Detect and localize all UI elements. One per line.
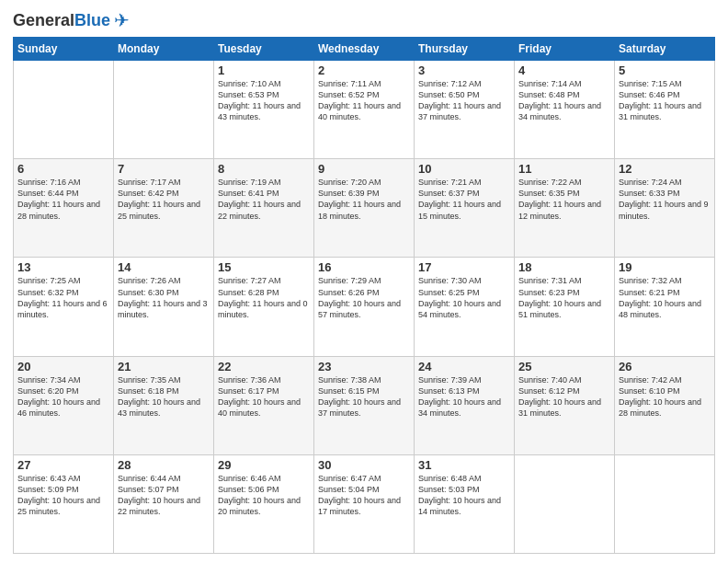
day-cell (14, 61, 114, 159)
day-number: 6 (17, 162, 109, 176)
day-cell: 19Sunrise: 7:32 AM Sunset: 6:21 PM Dayli… (615, 258, 715, 356)
day-number: 4 (518, 63, 610, 77)
day-info: Sunrise: 7:32 AM Sunset: 6:21 PM Dayligh… (619, 275, 711, 320)
day-cell: 4Sunrise: 7:14 AM Sunset: 6:48 PM Daylig… (515, 61, 615, 159)
day-info: Sunrise: 6:48 AM Sunset: 5:03 PM Dayligh… (418, 473, 510, 518)
day-number: 9 (318, 162, 410, 176)
day-number: 26 (619, 360, 711, 373)
day-info: Sunrise: 7:29 AM Sunset: 6:26 PM Dayligh… (318, 275, 410, 320)
weekday-saturday: Saturday (615, 38, 715, 61)
day-info: Sunrise: 7:10 AM Sunset: 6:53 PM Dayligh… (218, 78, 310, 123)
day-info: Sunrise: 7:19 AM Sunset: 6:41 PM Dayligh… (218, 177, 310, 222)
day-cell: 1Sunrise: 7:10 AM Sunset: 6:53 PM Daylig… (214, 61, 314, 159)
day-cell: 30Sunrise: 6:47 AM Sunset: 5:04 PM Dayli… (314, 454, 415, 553)
day-info: Sunrise: 7:42 AM Sunset: 6:10 PM Dayligh… (619, 374, 711, 419)
day-info: Sunrise: 7:35 AM Sunset: 6:18 PM Dayligh… (118, 374, 210, 419)
logo-general: General (13, 11, 74, 29)
week-row-4: 27Sunrise: 6:43 AM Sunset: 5:09 PM Dayli… (14, 454, 715, 553)
logo-blue: Blue (74, 11, 110, 29)
day-number: 10 (418, 162, 510, 176)
logo: GeneralBlue ✈ (13, 9, 130, 31)
weekday-sunday: Sunday (14, 38, 114, 61)
day-cell: 13Sunrise: 7:25 AM Sunset: 6:32 PM Dayli… (14, 258, 114, 356)
day-number: 21 (118, 360, 210, 373)
day-number: 30 (318, 458, 410, 472)
day-number: 31 (418, 458, 510, 472)
day-cell: 14Sunrise: 7:26 AM Sunset: 6:30 PM Dayli… (114, 258, 214, 356)
day-cell: 26Sunrise: 7:42 AM Sunset: 6:10 PM Dayli… (615, 356, 715, 454)
day-cell: 7Sunrise: 7:17 AM Sunset: 6:42 PM Daylig… (114, 159, 214, 258)
day-cell: 2Sunrise: 7:11 AM Sunset: 6:52 PM Daylig… (314, 61, 415, 159)
calendar-table: SundayMondayTuesdayWednesdayThursdayFrid… (13, 37, 715, 554)
day-info: Sunrise: 6:46 AM Sunset: 5:06 PM Dayligh… (218, 473, 310, 518)
day-info: Sunrise: 7:14 AM Sunset: 6:48 PM Dayligh… (518, 78, 610, 123)
day-number: 23 (318, 360, 410, 373)
day-cell: 12Sunrise: 7:24 AM Sunset: 6:33 PM Dayli… (615, 159, 715, 258)
day-number: 25 (518, 360, 610, 373)
day-cell: 5Sunrise: 7:15 AM Sunset: 6:46 PM Daylig… (615, 61, 715, 159)
day-cell: 10Sunrise: 7:21 AM Sunset: 6:37 PM Dayli… (415, 159, 515, 258)
weekday-header-row: SundayMondayTuesdayWednesdayThursdayFrid… (14, 38, 715, 61)
day-number: 18 (518, 260, 610, 274)
day-info: Sunrise: 7:12 AM Sunset: 6:50 PM Dayligh… (418, 78, 510, 123)
weekday-tuesday: Tuesday (214, 38, 314, 61)
day-number: 12 (619, 162, 711, 176)
day-cell: 25Sunrise: 7:40 AM Sunset: 6:12 PM Dayli… (515, 356, 615, 454)
day-info: Sunrise: 7:27 AM Sunset: 6:28 PM Dayligh… (218, 275, 310, 320)
day-info: Sunrise: 7:22 AM Sunset: 6:35 PM Dayligh… (518, 177, 610, 222)
day-info: Sunrise: 7:15 AM Sunset: 6:46 PM Dayligh… (619, 78, 711, 123)
day-info: Sunrise: 6:44 AM Sunset: 5:07 PM Dayligh… (118, 473, 210, 518)
weekday-friday: Friday (515, 38, 615, 61)
day-number: 5 (619, 63, 711, 77)
weekday-monday: Monday (114, 38, 214, 61)
day-number: 15 (218, 260, 310, 274)
day-info: Sunrise: 6:47 AM Sunset: 5:04 PM Dayligh… (318, 473, 410, 518)
logo-text: GeneralBlue (13, 12, 110, 29)
day-number: 28 (118, 458, 210, 472)
week-row-3: 20Sunrise: 7:34 AM Sunset: 6:20 PM Dayli… (14, 356, 715, 454)
day-cell: 18Sunrise: 7:31 AM Sunset: 6:23 PM Dayli… (515, 258, 615, 356)
day-cell: 22Sunrise: 7:36 AM Sunset: 6:17 PM Dayli… (214, 356, 314, 454)
day-info: Sunrise: 7:39 AM Sunset: 6:13 PM Dayligh… (418, 374, 510, 419)
day-cell: 29Sunrise: 6:46 AM Sunset: 5:06 PM Dayli… (214, 454, 314, 553)
day-cell: 21Sunrise: 7:35 AM Sunset: 6:18 PM Dayli… (114, 356, 214, 454)
day-cell: 15Sunrise: 7:27 AM Sunset: 6:28 PM Dayli… (214, 258, 314, 356)
day-cell: 17Sunrise: 7:30 AM Sunset: 6:25 PM Dayli… (415, 258, 515, 356)
day-info: Sunrise: 7:20 AM Sunset: 6:39 PM Dayligh… (318, 177, 410, 222)
weekday-thursday: Thursday (415, 38, 515, 61)
day-number: 29 (218, 458, 310, 472)
day-cell: 6Sunrise: 7:16 AM Sunset: 6:44 PM Daylig… (14, 159, 114, 258)
day-cell: 11Sunrise: 7:22 AM Sunset: 6:35 PM Dayli… (515, 159, 615, 258)
day-cell: 20Sunrise: 7:34 AM Sunset: 6:20 PM Dayli… (14, 356, 114, 454)
page: GeneralBlue ✈ SundayMondayTuesdayWednesd… (0, 0, 728, 563)
day-info: Sunrise: 7:30 AM Sunset: 6:25 PM Dayligh… (418, 275, 510, 320)
day-number: 11 (518, 162, 610, 176)
day-cell: 31Sunrise: 6:48 AM Sunset: 5:03 PM Dayli… (415, 454, 515, 553)
day-info: Sunrise: 7:21 AM Sunset: 6:37 PM Dayligh… (418, 177, 510, 222)
day-number: 22 (218, 360, 310, 373)
day-info: Sunrise: 7:16 AM Sunset: 6:44 PM Dayligh… (17, 177, 109, 222)
day-cell: 28Sunrise: 6:44 AM Sunset: 5:07 PM Dayli… (114, 454, 214, 553)
day-info: Sunrise: 7:17 AM Sunset: 6:42 PM Dayligh… (118, 177, 210, 222)
logo-bird-icon: ✈ (114, 9, 130, 31)
day-info: Sunrise: 7:11 AM Sunset: 6:52 PM Dayligh… (318, 78, 410, 123)
header: GeneralBlue ✈ (13, 9, 715, 31)
day-cell: 27Sunrise: 6:43 AM Sunset: 5:09 PM Dayli… (14, 454, 114, 553)
day-number: 8 (218, 162, 310, 176)
day-number: 2 (318, 63, 410, 77)
day-cell: 9Sunrise: 7:20 AM Sunset: 6:39 PM Daylig… (314, 159, 415, 258)
day-info: Sunrise: 7:36 AM Sunset: 6:17 PM Dayligh… (218, 374, 310, 419)
day-info: Sunrise: 6:43 AM Sunset: 5:09 PM Dayligh… (17, 473, 109, 518)
week-row-0: 1Sunrise: 7:10 AM Sunset: 6:53 PM Daylig… (14, 61, 715, 159)
day-info: Sunrise: 7:24 AM Sunset: 6:33 PM Dayligh… (619, 177, 711, 222)
day-cell (114, 61, 214, 159)
day-cell: 16Sunrise: 7:29 AM Sunset: 6:26 PM Dayli… (314, 258, 415, 356)
day-number: 13 (17, 260, 109, 274)
day-number: 19 (619, 260, 711, 274)
day-number: 20 (17, 360, 109, 373)
day-number: 17 (418, 260, 510, 274)
day-cell: 3Sunrise: 7:12 AM Sunset: 6:50 PM Daylig… (415, 61, 515, 159)
weekday-wednesday: Wednesday (314, 38, 415, 61)
week-row-1: 6Sunrise: 7:16 AM Sunset: 6:44 PM Daylig… (14, 159, 715, 258)
day-cell: 24Sunrise: 7:39 AM Sunset: 6:13 PM Dayli… (415, 356, 515, 454)
